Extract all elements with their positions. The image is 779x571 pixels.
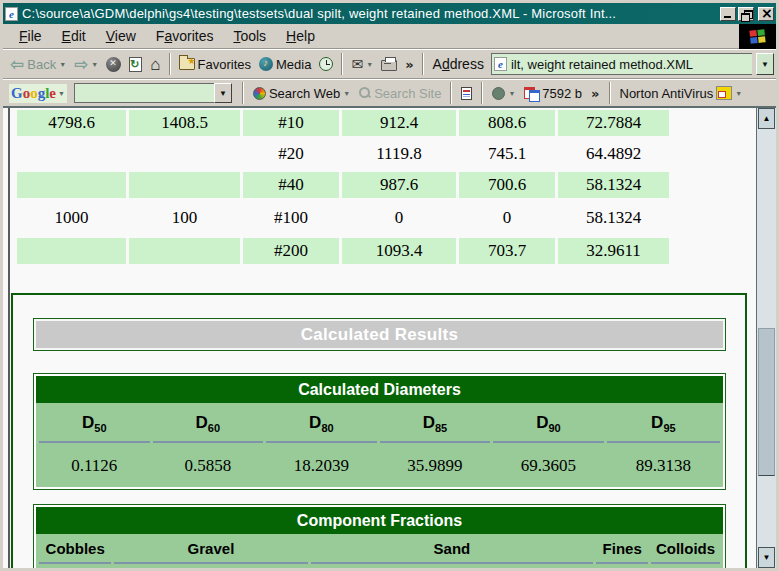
back-dropdown-icon[interactable]	[59, 61, 66, 68]
chevron-icon	[405, 57, 413, 72]
scrollbar-thumb[interactable]	[758, 328, 775, 476]
print-icon	[381, 60, 397, 71]
toolbar-separator	[242, 82, 244, 104]
google-toolbar: Google Search Web Search Site 7592 b Nor…	[3, 79, 776, 106]
norton-antivirus-button[interactable]: Norton AntiVirus	[617, 81, 746, 105]
menu-help[interactable]: Help	[276, 26, 325, 46]
mail-icon	[351, 57, 363, 71]
vertical-scrollbar[interactable]	[756, 108, 776, 568]
media-icon	[259, 57, 273, 71]
back-button[interactable]: ⇦ Back	[7, 52, 69, 76]
address-value[interactable]: ilt, weight retained method.XML	[511, 57, 752, 72]
diameters-panel-title: Calculated Diameters	[36, 376, 723, 403]
menu-view[interactable]: View	[96, 26, 146, 46]
refresh-icon	[129, 57, 142, 72]
norton-dropdown-icon[interactable]	[735, 90, 742, 97]
forward-arrow-icon: ⇨	[74, 56, 88, 73]
address-bar[interactable]: ilt, weight retained method.XML	[491, 53, 752, 75]
menu-tools[interactable]: Tools	[223, 26, 276, 46]
address-label: Address	[433, 56, 484, 72]
menu-favorites[interactable]: Favorites	[146, 26, 224, 46]
table-row: #40 987.6 700.6 58.1324	[17, 172, 669, 198]
scroll-up-button[interactable]	[758, 108, 775, 129]
pagerank-icon	[492, 87, 505, 100]
ie-window: { "window": { "title": "C:\\source\\a\\G…	[0, 0, 779, 571]
restore-button[interactable]	[738, 7, 754, 21]
pagerank-dropdown-icon[interactable]	[508, 90, 515, 97]
search-web-dropdown-icon[interactable]	[343, 90, 350, 97]
popup-blocker-icon	[524, 87, 539, 99]
stop-button[interactable]	[103, 52, 124, 76]
home-button[interactable]	[147, 52, 163, 76]
menu-bar: File Edit View Favorites Tools Help	[3, 24, 776, 49]
chevron-icon	[591, 86, 599, 101]
component-fractions-panel: Component Fractions Cobbles Gravel Sand …	[33, 504, 726, 568]
fractions-header-row: Cobbles Gravel Sand Fines Colloids	[39, 534, 720, 564]
fractions-values-row: 8.6 16.3 42.1 33.0	[39, 564, 720, 568]
results-section-title: Calculated Results	[36, 321, 723, 348]
google-dropdown-icon[interactable]	[58, 90, 65, 97]
search-site-button: Search Site	[356, 81, 444, 105]
toolbar-separator	[450, 82, 452, 104]
home-icon	[150, 56, 160, 73]
toolbar-separator	[481, 82, 483, 104]
media-button[interactable]: Media	[256, 52, 314, 76]
address-dropdown-button[interactable]	[756, 53, 774, 75]
diameters-values-row: 0.1126 0.5858 18.2039 35.9899 69.3605 89…	[39, 443, 720, 487]
google-logo-button[interactable]: Google	[9, 84, 67, 103]
page-icon	[494, 57, 507, 71]
calculated-diameters-panel: Calculated Diameters D50 D60 D80 D85 D90…	[33, 373, 726, 490]
xml-page: 4798.6 1408.5 #10 912.4 808.6 72.7884 #2…	[3, 108, 776, 568]
menu-file[interactable]: File	[9, 26, 52, 46]
forward-dropdown-icon[interactable]	[91, 61, 98, 68]
search-site-icon	[359, 87, 371, 99]
search-web-button[interactable]: Search Web	[250, 81, 353, 105]
standard-toolbar: ⇦ Back ⇨ Favorites Media Address ilt, we…	[3, 49, 776, 79]
ie-throbber	[739, 24, 776, 49]
windows-logo-icon	[749, 29, 765, 43]
forward-button[interactable]: ⇨	[71, 52, 101, 76]
title-bar: C:\source\a\GDM\delphi\gs4\testing\tests…	[3, 3, 776, 24]
back-arrow-icon: ⇦	[10, 56, 24, 73]
toolbar-separator	[169, 53, 171, 75]
mail-button[interactable]	[348, 52, 376, 76]
results-title-frame: Calculated Results	[33, 318, 726, 351]
fractions-table: Cobbles Gravel Sand Fines Colloids 8.6 1…	[36, 534, 723, 568]
ie-document-icon	[5, 7, 18, 21]
fractions-panel-title: Component Fractions	[36, 507, 723, 534]
table-row: 4798.6 1408.5 #10 912.4 808.6 72.7884	[17, 110, 669, 136]
mail-dropdown-icon[interactable]	[366, 61, 373, 68]
favorites-button[interactable]: Favorites	[176, 52, 254, 76]
scroll-down-button[interactable]	[758, 547, 775, 568]
minimize-button[interactable]	[720, 7, 736, 21]
search-web-icon	[253, 87, 266, 100]
popup-blocker-button[interactable]: 7592 b	[521, 81, 585, 105]
page-info-icon	[461, 87, 472, 100]
table-row: #200 1093.4 703.7 32.9611	[17, 238, 669, 264]
page-info-button[interactable]	[458, 81, 475, 105]
window-title: C:\source\a\GDM\delphi\gs4\testing\tests…	[22, 6, 718, 21]
googlebar-overflow-chevron[interactable]	[588, 81, 602, 105]
browser-content: 4798.6 1408.5 #10 912.4 808.6 72.7884 #2…	[3, 106, 776, 568]
refresh-button[interactable]	[126, 52, 145, 76]
toolbar-overflow-chevron[interactable]	[402, 52, 416, 76]
print-button[interactable]	[378, 52, 400, 76]
stop-icon	[106, 57, 121, 72]
history-button[interactable]	[316, 52, 336, 76]
calculated-results-section: Calculated Results Calculated Diameters …	[11, 293, 747, 568]
toolbar-separator	[422, 53, 424, 75]
close-button[interactable]	[758, 7, 774, 21]
sieve-data-table: 4798.6 1408.5 #10 912.4 808.6 72.7884 #2…	[14, 108, 672, 266]
history-icon	[319, 57, 333, 71]
table-row: 1000 100 #100 0 0 58.1324	[17, 200, 669, 236]
diameters-table: D50 D60 D80 D85 D90 D95 0.1126 0.5858 18…	[36, 403, 723, 487]
pagerank-button[interactable]	[489, 81, 518, 105]
google-search-dropdown-button[interactable]	[214, 83, 232, 103]
toolbar-separator	[341, 53, 343, 75]
favorites-icon	[179, 58, 195, 70]
table-row: #20 1119.8 745.1 64.4892	[17, 138, 669, 170]
google-search-combo	[74, 83, 232, 103]
toolbar-separator	[609, 82, 611, 104]
menu-edit[interactable]: Edit	[52, 26, 96, 46]
google-search-input[interactable]	[74, 83, 214, 103]
